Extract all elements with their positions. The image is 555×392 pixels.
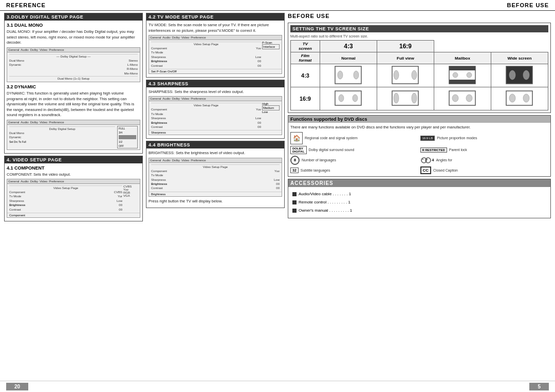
func-item-cc: CC Closed Caption [420,166,549,174]
video-setup-title: 4. VIDEO SETUP PAGE [5,156,142,163]
accessory-remote: Remote control . . . . . . . . . 1 [292,198,546,207]
sharpness-title: 4.3 SHARPNESS [146,80,284,87]
right-column: BEFORE USE SETTING THE TV SCREEN SIZE Mu… [288,13,551,379]
cell-169-widescreen [491,87,548,110]
screen-svg-43-normal [334,65,362,85]
cell-43-fullview [377,64,434,87]
dolby-section: 3.DOLBY DIGITAL SETUP PAGE 3.1 DUAL MONO… [4,13,143,154]
func-item-regional: 🏠 Regional code and signal system [290,132,419,144]
ratio-badge: 16:9 LB [420,136,435,141]
screen-svg-169-widescreen [505,88,533,108]
cell-43-widescreen [491,64,548,87]
brightness-note: Press right button the TV will display b… [149,199,282,204]
tvmode-screen: General Audio Dolby Video Preference Vid… [149,35,282,74]
dynamic-screen: General Audio Dolby Video Preference Dol… [7,120,140,150]
svg-point-1 [338,71,343,79]
svg-point-9 [453,72,458,78]
tvmode-body: TV MODE: Sets the scan mode to same of y… [149,23,282,33]
tvmode-title: 4.2 TV MODE SETUP PAGE [146,13,284,21]
func-item-ratio: 16:9 LB Picture proportion modes [420,132,549,144]
dolby-section-title: 3.DOLBY DIGITAL SETUP PAGE [5,13,142,21]
func-item-restricted: R RESTRICTED Parent lock [420,146,549,154]
col-header-widescreen: Wide screen [491,52,548,64]
tv-screen-table: TVscreen 4:3 16:9 Filmformat Normal Full… [290,40,548,110]
cc-icon: CC [420,166,432,174]
page-number-left: 20 [6,383,28,390]
subtitle-label: Subtitle languages [301,169,330,172]
video-setup-section: 4. VIDEO SETUP PAGE 4.1 COMPONENT COMPON… [4,156,143,221]
cell-43-normal [320,64,377,87]
dual-mono-screen: General Audio Dolby Video Preference — D… [7,47,140,83]
row-43: 4:3 [291,64,320,87]
sharpness-screen: General Audio Dolby Video Preference Vid… [149,96,282,135]
component-screen-header: General Audio Dolby Video Preference [7,179,140,184]
middle-column: 4.2 TV MODE SETUP PAGE TV MODE: Sets the… [146,13,285,379]
angles-label: Angles for [436,158,452,162]
accessory-cable: Audio/Video cable . . . . . . . 1 [292,190,546,198]
svg-point-17 [339,95,344,102]
functions-description: There are many functions available on DV… [290,125,548,130]
screen-svg-169-fullview [391,88,419,108]
dynamic-screen-header: General Audio Dolby Video Preference [7,120,140,125]
cell-169-normal [320,87,377,110]
dynamic-section: 3.2 DYNAMIC DYNAMIC: This function is ge… [7,84,140,150]
remote-label: Remote control . . . . . . . . . 1 [299,198,350,207]
component-section: 4.1 COMPONENT COMPONENT: Sets the video … [7,165,140,218]
languages-label: Number of languages [302,158,336,162]
dynamic-body: DYNAMIC: This function is generally used… [7,91,140,118]
screen-svg-43-fullview [391,65,419,85]
svg-point-4 [394,70,399,80]
dynamic-bar: FULL 3/4 1/2 OFF [117,126,138,148]
sharpness-section: 4.3 SHARPNESS SHARPNESS: Sets the sharpn… [146,80,285,139]
regional-icon: 🏠 [290,132,303,144]
dynamic-title: 3.2 DYNAMIC [7,84,140,89]
functions-body: There are many functions available on DV… [288,123,550,176]
footer: 20 5 [0,381,555,392]
svg-point-26 [509,94,515,102]
cell-43-mailbox [434,64,491,87]
restricted-label: Parent lock [449,148,467,152]
svg-point-2 [354,71,359,79]
tv-screen-note: Multi-aspect ratio suit to different TV … [290,34,548,38]
svg-point-10 [467,72,472,78]
dual-mono-title: 3.1 DUAL MONO [7,23,140,28]
svg-point-24 [466,95,472,102]
languages-icon: 8 [290,156,300,165]
component-screen: General Audio Dolby Video Preference Vid… [7,179,140,218]
left-column: 3.DOLBY DIGITAL SETUP PAGE 3.1 DUAL MONO… [4,13,143,379]
cc-label: Closed Caption [433,169,458,172]
cable-label: Audio/Video cable . . . . . . . 1 [299,190,351,198]
brightness-body: BRIGHTNESS: Sets the brightness level of… [149,151,282,156]
screen-svg-43-widescreen [505,65,533,85]
regional-label: Regional code and signal system [305,136,358,140]
functions-section: Functions supported by DVD discs There a… [288,115,551,177]
header: REFERENCE BEFORE USE [0,0,555,11]
col-header-film: Filmformat [291,52,320,64]
col-header-normal: Normal [320,52,377,64]
svg-point-23 [452,95,458,102]
functions-grid: 🏠 Regional code and signal system 16:9 L… [290,132,548,174]
main-content: 3.DOLBY DIGITAL SETUP PAGE 3.1 DUAL MONO… [0,11,555,381]
component-body: COMPONENT: Sets the video output. [7,172,140,178]
dual-mono-section: 3.1 DUAL MONO DUAL MONO: If your amplifi… [7,23,140,82]
svg-point-31 [427,159,428,160]
bullet-icon [292,200,297,204]
manual-label: Owner's manual . . . . . . . . . 1 [299,207,352,215]
tv-screen-title: SETTING THE TV SCREEN SIZE [290,25,548,32]
subtitle-icon: 32 [290,167,299,173]
brightness-screen: General Audio Dolby Video Preference Vid… [149,158,282,197]
svg-rect-7 [449,66,475,70]
func-item-dolby: DOLBYDIGITAL Dolby digital surround soun… [290,146,419,154]
functions-title: Functions supported by DVD discs [288,116,550,123]
col-header-mailbox: Mailbox [434,52,491,64]
col-header-169: 16:9 [377,41,434,52]
bullet-icon [292,209,297,213]
svg-point-5 [412,70,417,80]
accessories-section: ACCESSORIES Audio/Video cable . . . . . … [288,179,551,218]
ratio-label: Picture proportion modes [437,136,477,140]
component-title: 4.1 COMPONENT [7,165,140,171]
dolby-icon: DOLBYDIGITAL [290,146,307,154]
svg-point-29 [422,159,423,160]
row-169: 16:9 [291,87,320,110]
svg-point-20 [394,93,399,103]
